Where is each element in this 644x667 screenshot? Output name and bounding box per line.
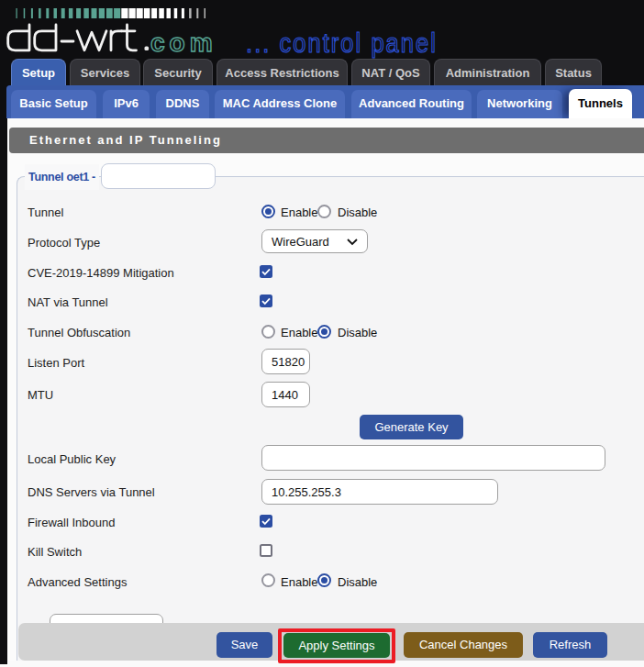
svg-text:com: com (150, 28, 217, 57)
svg-text:... control panel: ... control panel (246, 28, 438, 58)
